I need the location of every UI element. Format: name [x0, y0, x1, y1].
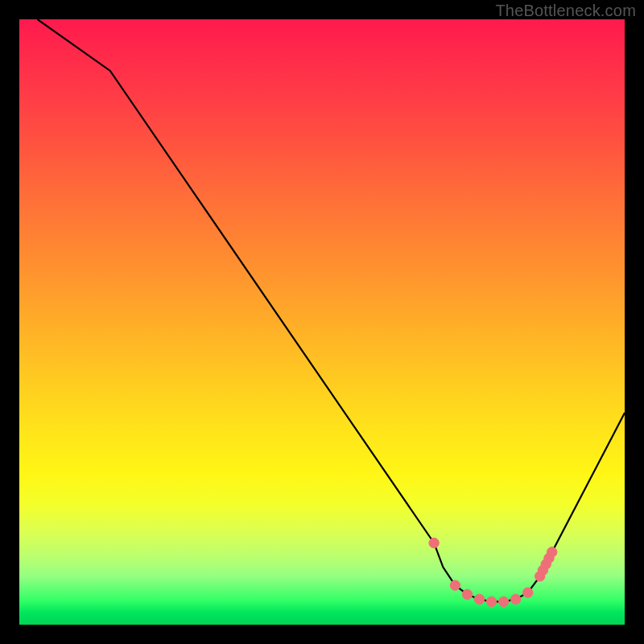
- data-marker: [498, 597, 508, 606]
- plot-area: [19, 19, 625, 625]
- data-marker: [522, 588, 532, 597]
- data-marker: [510, 594, 520, 604]
- data-marker: [486, 597, 496, 606]
- data-marker: [462, 589, 472, 599]
- chart-frame: TheBottleneck.com: [0, 0, 644, 644]
- chart-svg: [19, 19, 625, 625]
- data-marker: [544, 553, 554, 563]
- data-marker: [429, 538, 439, 547]
- data-marker: [450, 580, 460, 590]
- curve-markers: [429, 538, 557, 606]
- watermark-text: TheBottleneck.com: [495, 2, 636, 20]
- data-marker: [474, 594, 484, 604]
- curve-line: [38, 19, 625, 601]
